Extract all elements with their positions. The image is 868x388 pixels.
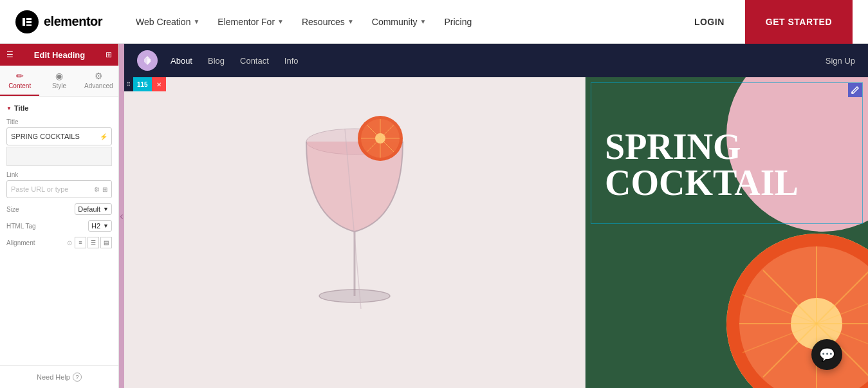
- link-dynamic-icon[interactable]: ⊞: [102, 186, 107, 193]
- inner-logo: [137, 50, 158, 71]
- inner-nav-info[interactable]: Info: [284, 56, 299, 66]
- section-title-header: ▼ Title: [0, 102, 118, 116]
- spring-title-line2: COCKTAIL: [605, 165, 799, 201]
- align-right-icon[interactable]: ▤: [100, 237, 112, 248]
- panel-divider[interactable]: [119, 44, 124, 388]
- hamburger-icon[interactable]: ☰: [6, 50, 14, 59]
- edit-handle: ⠿ 115 ✕: [124, 77, 166, 91]
- advanced-tab-icon: ⚙: [95, 71, 103, 81]
- elementor-logo-icon: [15, 10, 39, 33]
- spring-text: SPRING COCKTAIL: [605, 129, 799, 201]
- nav-elementor-for[interactable]: Elementor For ▼: [210, 12, 291, 32]
- drag-handle-icon[interactable]: ⠿: [124, 77, 133, 91]
- nav-community[interactable]: Community ▼: [364, 12, 434, 32]
- title-input[interactable]: SPRING COCKTAILS ⚡: [6, 127, 112, 145]
- title-input-value: SPRING COCKTAILS: [11, 133, 80, 140]
- outline-edit-icon[interactable]: [848, 83, 862, 97]
- panel-header: ☰ Edit Heading ⊞: [0, 44, 118, 66]
- login-button[interactable]: LOGIN: [684, 12, 735, 32]
- edit-handle-close[interactable]: ✕: [152, 77, 166, 91]
- nav-resources[interactable]: Resources ▼: [294, 12, 362, 32]
- size-select[interactable]: Default ▼: [75, 203, 112, 215]
- inner-nav-links: About Blog Contact Info: [171, 56, 826, 66]
- preview-body: SPRING COCKTAIL: [124, 77, 868, 388]
- editor-panel: ☰ Edit Heading ⊞ ✏ Content ◉ Style ⚙ Adv…: [0, 44, 119, 388]
- section-triangle-icon: ▼: [6, 106, 12, 111]
- size-field-row: Size Default ▼: [0, 201, 118, 217]
- inner-nav-blog[interactable]: Blog: [208, 56, 225, 66]
- tab-advanced[interactable]: ⚙ Advanced: [79, 66, 118, 96]
- link-input-icons: ⚙ ⊞: [94, 186, 107, 193]
- size-label: Size: [6, 206, 19, 213]
- community-chevron: ▼: [420, 18, 427, 25]
- link-placeholder: Paste URL or type: [11, 185, 68, 193]
- svg-rect-1: [26, 18, 32, 20]
- nav-web-creation[interactable]: Web Creation ▼: [128, 12, 207, 32]
- get-started-button[interactable]: GET STARTED: [745, 0, 853, 44]
- svg-point-13: [319, 290, 390, 302]
- logo-area[interactable]: elementor: [15, 10, 102, 33]
- link-input[interactable]: Paste URL or type ⚙ ⊞: [6, 180, 112, 198]
- align-left-icon[interactable]: ≡: [75, 237, 86, 248]
- link-field-label: Link: [6, 171, 112, 178]
- panel-title: Edit Heading: [34, 50, 85, 60]
- alignment-icons: ≡ ☰ ▤: [75, 237, 112, 248]
- help-circle-icon: ?: [73, 373, 82, 382]
- title-textarea[interactable]: [6, 147, 112, 166]
- resources-chevron: ▼: [347, 18, 354, 25]
- link-settings-icon[interactable]: ⚙: [94, 186, 100, 193]
- dynamic-icon[interactable]: ⚡: [100, 133, 107, 140]
- panel-body: ▼ Title Title SPRING COCKTAILS ⚡ Link Pa…: [0, 97, 118, 365]
- html-tag-select[interactable]: H2 ▼: [88, 220, 112, 232]
- grid-icon[interactable]: ⊞: [106, 50, 112, 59]
- logo-text: elementor: [44, 14, 102, 29]
- nav-pricing[interactable]: Pricing: [436, 12, 479, 32]
- edit-handle-number: 115: [133, 77, 152, 91]
- inner-signup[interactable]: Sign Up: [826, 56, 855, 66]
- inner-nav-contact[interactable]: Contact: [240, 56, 269, 66]
- content-tab-icon: ✏: [16, 71, 24, 81]
- elementor-for-chevron: ▼: [277, 18, 284, 25]
- main-content: ☰ Edit Heading ⊞ ✏ Content ◉ Style ⚙ Adv…: [0, 44, 868, 388]
- align-center-icon[interactable]: ☰: [88, 237, 99, 248]
- html-tag-value: H2 ▼: [88, 220, 112, 232]
- inner-nav-about[interactable]: About: [171, 56, 192, 66]
- grapefruit-decoration: [726, 234, 868, 388]
- html-tag-field-row: HTML Tag H2 ▼: [0, 217, 118, 234]
- link-field-group: Link Paste URL or type ⚙ ⊞: [0, 169, 118, 201]
- panel-tabs: ✏ Content ◉ Style ⚙ Advanced: [0, 66, 118, 97]
- top-navigation: elementor Web Creation ▼ Elementor For ▼…: [0, 0, 868, 44]
- alignment-field-row: Alignment ⊙ ≡ ☰ ▤: [0, 234, 118, 251]
- web-creation-chevron: ▼: [193, 18, 199, 25]
- chat-bubble[interactable]: 💬: [811, 339, 842, 370]
- spring-title-line1: SPRING: [605, 129, 799, 165]
- tab-content[interactable]: ✏ Content: [0, 66, 39, 96]
- title-field-label: Title: [6, 118, 112, 125]
- svg-rect-2: [26, 21, 32, 23]
- cocktail-glass-image: [297, 90, 412, 335]
- nav-links: Web Creation ▼ Elementor For ▼ Resources…: [128, 12, 684, 32]
- title-input-icons: ⚡: [100, 133, 107, 140]
- html-tag-label: HTML Tag: [6, 223, 36, 230]
- need-help[interactable]: Need Help ?: [6, 373, 112, 382]
- alignment-value: ⊙ ≡ ☰ ▤: [67, 237, 112, 248]
- tab-style[interactable]: ◉ Style: [39, 66, 78, 96]
- alignment-label: Alignment: [6, 239, 35, 246]
- panel-footer: Need Help ?: [0, 365, 118, 388]
- nav-right: LOGIN GET STARTED: [684, 0, 853, 44]
- chat-icon: 💬: [819, 347, 835, 362]
- preview-area: About Blog Contact Info Sign Up ⠿ 115 ✕: [124, 44, 868, 388]
- cocktail-left-section: [124, 77, 585, 388]
- svg-rect-0: [23, 18, 25, 26]
- svg-rect-3: [26, 24, 32, 26]
- title-field-group: Title SPRING COCKTAILS ⚡: [0, 116, 118, 169]
- style-tab-icon: ◉: [55, 71, 63, 81]
- size-value: Default ▼: [75, 203, 112, 215]
- alignment-icon: ⊙: [67, 239, 72, 246]
- inner-nav: About Blog Contact Info Sign Up: [124, 44, 868, 77]
